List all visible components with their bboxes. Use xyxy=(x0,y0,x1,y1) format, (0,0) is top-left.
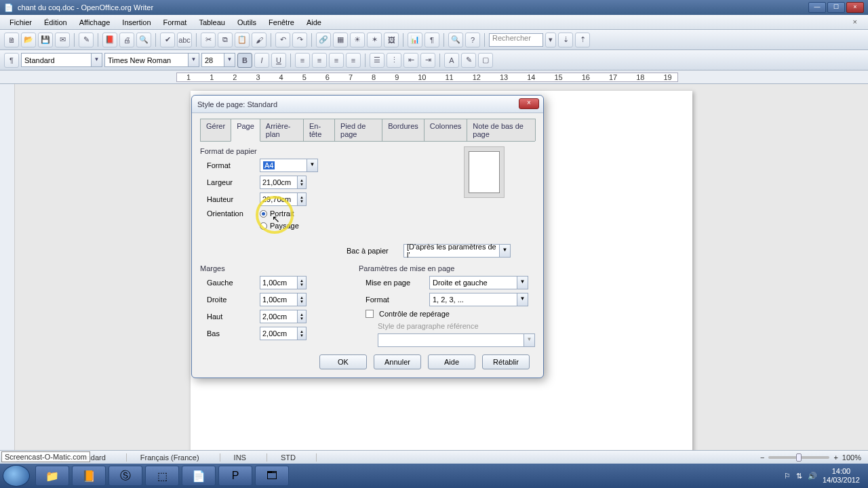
taskbar-skype-icon[interactable]: Ⓢ xyxy=(108,466,142,486)
num-format-select[interactable]: 1, 2, 3, ...▼ xyxy=(429,293,528,306)
reset-button[interactable]: Rétablir xyxy=(482,354,530,369)
margin-top-spinner[interactable]: 2,00cm▲▼ xyxy=(260,310,307,323)
tab-colonnes[interactable]: Colonnes xyxy=(424,119,467,141)
numbered-list-icon[interactable]: ☰ xyxy=(370,53,384,68)
menu-edit[interactable]: Édition xyxy=(39,17,73,28)
find-next-icon[interactable]: ⇣ xyxy=(558,33,573,47)
navigator-icon[interactable]: ✶ xyxy=(367,33,382,47)
align-left-icon[interactable]: ≡ xyxy=(295,53,310,68)
taskbar-explorer-icon[interactable]: 📁 xyxy=(35,466,69,486)
zoom-out-icon[interactable]: − xyxy=(760,453,764,462)
zoom-slider[interactable] xyxy=(768,456,829,459)
width-spinner[interactable]: 21,00cm▲▼ xyxy=(260,176,307,189)
find-prev-icon[interactable]: ⇡ xyxy=(575,33,590,47)
table-icon[interactable]: ▦ xyxy=(333,33,348,47)
undo-icon[interactable]: ↶ xyxy=(275,33,290,47)
font-color-icon[interactable]: A xyxy=(444,53,459,68)
zoom-icon[interactable]: 🔍 xyxy=(448,33,463,47)
align-justify-icon[interactable]: ≡ xyxy=(346,53,361,68)
margin-left-spinner[interactable]: 1,00cm▲▼ xyxy=(260,276,307,289)
indent-inc-icon[interactable]: ⇥ xyxy=(420,53,435,68)
taskbar-powerpoint-icon[interactable]: 📙 xyxy=(72,466,106,486)
pdf-icon[interactable]: 📕 xyxy=(102,33,117,47)
align-right-icon[interactable]: ≡ xyxy=(329,53,344,68)
tab-gerer[interactable]: Gérer xyxy=(200,119,231,141)
menu-table[interactable]: Tableau xyxy=(193,17,231,28)
highlight-icon[interactable]: ✎ xyxy=(461,53,476,68)
paper-tray-select[interactable]: [D'après les paramètres de l'▼ xyxy=(403,244,511,258)
menu-help[interactable]: Aide xyxy=(301,17,327,28)
bullet-list-icon[interactable]: ⋮ xyxy=(387,53,401,68)
tray-network-icon[interactable]: ⇅ xyxy=(796,472,802,481)
zoom-value[interactable]: 100% xyxy=(842,453,861,462)
dialog-close-button[interactable]: × xyxy=(519,98,539,109)
print-icon[interactable]: 🖨 xyxy=(119,33,134,47)
redo-icon[interactable]: ↷ xyxy=(292,33,307,47)
font-name-combo[interactable]: Times New Roman▼ xyxy=(104,53,199,67)
status-language[interactable]: Français (France) xyxy=(140,453,220,462)
menu-file[interactable]: Fichier xyxy=(4,17,37,28)
zoom-in-icon[interactable]: + xyxy=(833,453,837,462)
close-button[interactable]: × xyxy=(846,2,864,13)
margin-bottom-spinner[interactable]: 2,00cm▲▼ xyxy=(260,327,307,340)
bold-button[interactable]: B xyxy=(237,53,252,68)
hyperlink-icon[interactable]: 🔗 xyxy=(316,33,331,47)
margin-right-spinner[interactable]: 1,00cm▲▼ xyxy=(260,293,307,306)
font-size-combo[interactable]: 28▼ xyxy=(201,53,235,67)
tab-bordures[interactable]: Bordures xyxy=(382,119,425,141)
underline-button[interactable]: U xyxy=(271,53,286,68)
nonprint-icon[interactable]: ¶ xyxy=(425,33,439,47)
spellcheck-icon[interactable]: ✔ xyxy=(160,33,175,47)
tab-arriere-plan[interactable]: Arrière-plan xyxy=(260,119,304,141)
drawing-icon[interactable]: ☀ xyxy=(350,33,365,47)
bg-color-icon[interactable]: ▢ xyxy=(478,53,493,68)
dialog-title-bar[interactable]: Style de page: Standard × xyxy=(192,96,543,113)
status-insert[interactable]: INS xyxy=(234,453,267,462)
copy-icon[interactable]: ⧉ xyxy=(218,33,233,47)
cut-icon[interactable]: ✂ xyxy=(201,33,216,47)
edit-icon[interactable]: ✎ xyxy=(79,33,94,47)
taskbar-extra-icon[interactable]: 🗔 xyxy=(255,466,289,486)
new-icon[interactable]: 🗎 xyxy=(4,33,19,47)
brush-icon[interactable]: 🖌 xyxy=(252,33,267,47)
styles-icon[interactable]: ¶ xyxy=(4,53,19,68)
chart-icon[interactable]: 📊 xyxy=(408,33,422,47)
height-spinner[interactable]: 29,70cm▲▼ xyxy=(260,192,307,206)
cancel-button[interactable]: Annuler xyxy=(374,354,421,369)
menu-view[interactable]: Affichage xyxy=(74,17,116,28)
tab-pied[interactable]: Pied de page xyxy=(334,119,382,141)
status-std[interactable]: STD xyxy=(281,453,317,462)
gallery-icon[interactable]: 🖼 xyxy=(384,33,399,47)
search-input[interactable]: Rechercher xyxy=(489,33,543,47)
paper-format-select[interactable]: A4▼ xyxy=(260,159,318,172)
indent-dec-icon[interactable]: ⇤ xyxy=(403,53,418,68)
help-button[interactable]: Aide xyxy=(428,354,475,369)
tray-flag-icon[interactable]: ⚐ xyxy=(784,472,791,481)
paste-icon[interactable]: 📋 xyxy=(235,33,250,47)
start-button[interactable] xyxy=(3,465,30,487)
autospell-icon[interactable]: abc xyxy=(177,33,192,47)
taskbar-recorder-icon[interactable]: ⬚ xyxy=(145,466,179,486)
tab-note[interactable]: Note de bas de page xyxy=(467,119,536,141)
save-icon[interactable]: 💾 xyxy=(38,33,53,47)
paragraph-style-combo[interactable]: Standard▼ xyxy=(21,53,102,67)
doc-close-button[interactable]: × xyxy=(848,16,863,27)
mail-icon[interactable]: ✉ xyxy=(55,33,70,47)
preview-icon[interactable]: 🔍 xyxy=(136,33,151,47)
align-center-icon[interactable]: ≡ xyxy=(312,53,327,68)
tray-volume-icon[interactable]: 🔊 xyxy=(808,472,817,481)
open-icon[interactable]: 📂 xyxy=(21,33,36,47)
tab-page[interactable]: Page xyxy=(231,119,260,142)
page-layout-select[interactable]: Droite et gauche▼ xyxy=(429,276,528,289)
search-dd-icon[interactable]: ▾ xyxy=(545,33,556,47)
italic-button[interactable]: I xyxy=(254,53,269,68)
taskbar-writer-icon[interactable]: 📄 xyxy=(182,466,216,486)
menu-window[interactable]: Fenêtre xyxy=(263,17,300,28)
register-true-checkbox[interactable] xyxy=(366,310,374,318)
menu-insert[interactable]: Insertion xyxy=(117,17,156,28)
tab-entete[interactable]: En-tête xyxy=(303,119,335,141)
menu-format[interactable]: Format xyxy=(158,17,193,28)
minimize-button[interactable]: — xyxy=(808,2,826,13)
menu-tools[interactable]: Outils xyxy=(232,17,262,28)
taskbar-ppt2-icon[interactable]: P xyxy=(218,466,252,486)
